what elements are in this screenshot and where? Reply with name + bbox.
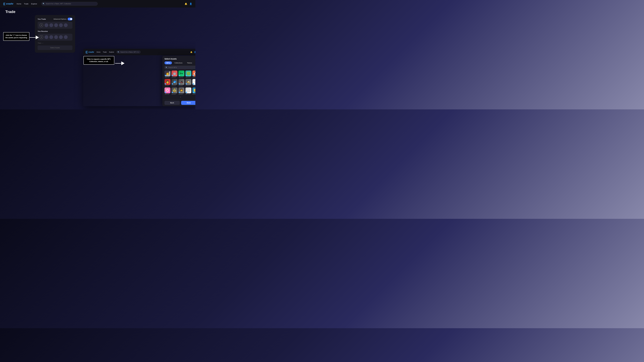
nav-search-container: 🔍: [41, 2, 98, 6]
nft-item-0[interactable]: 🧑Alley Kat...: [164, 70, 170, 78]
nft-thumb-3: 🟩: [186, 70, 191, 76]
nft-label-8: Bombers ...: [186, 85, 191, 86]
nft-item-2[interactable]: 🗝Key of A...: [178, 70, 184, 78]
modal-tabs: NFTs Collections Tokens: [162, 61, 195, 66]
nft-thumb-0: 🧑: [164, 70, 170, 76]
trade-panel: You Trade Advanced Options + You Receive…: [35, 15, 75, 53]
nft-item-1[interactable]: 🤖Bombers ...: [172, 70, 177, 78]
arrow-line-2: [115, 63, 121, 63]
tab-tokens[interactable]: Tokens: [185, 61, 194, 64]
nft-label-0: Alley Kat...: [165, 77, 170, 78]
nft-thumb-12: 🧔: [178, 87, 184, 93]
nft-item-6[interactable]: 🧢Bombers ...: [172, 79, 177, 86]
back-button[interactable]: Back: [164, 101, 180, 105]
nft-badge-7: [179, 83, 180, 85]
nft-badge-13: [186, 92, 187, 93]
second-nav-explore[interactable]: Explore: [109, 51, 114, 53]
arrow-right-main: [115, 61, 124, 65]
nav-trade[interactable]: Trade: [24, 3, 28, 5]
you-trade-add-button[interactable]: +: [40, 23, 43, 27]
nft-badge-10: [165, 92, 166, 93]
nft-item-9[interactable]: 🤺Cheeky R...: [192, 79, 195, 86]
you-receive-asset-row: +: [38, 34, 72, 41]
nft-label-5: Bernard ...: [165, 85, 170, 86]
nft-item-11[interactable]: 🥸Bombers ...: [172, 87, 177, 94]
nft-label-3: PAVIA 13...: [186, 77, 191, 78]
user-icon[interactable]: 👤: [190, 2, 192, 5]
nft-item-5[interactable]: 👩Bernard ...: [164, 79, 170, 86]
pagination-next[interactable]: ›: [179, 95, 182, 98]
nft-label-7: Bombers ...: [179, 85, 184, 86]
asset-circle-2: [49, 23, 53, 27]
second-bell-icon[interactable]: 🔔: [190, 51, 192, 53]
nft-thumb-13: ⬜: [186, 87, 191, 93]
nft-label-14: Bombers ...: [193, 94, 195, 94]
nft-item-12[interactable]: 🧔Bombers ...: [178, 87, 184, 94]
modal-pagination: ›: [162, 94, 195, 99]
asset-circle-1: [44, 23, 48, 27]
select-assets-button[interactable]: Select Assets: [38, 45, 72, 50]
nft-thumb-2: 🗝: [178, 70, 184, 76]
receive-circle-3: [54, 35, 58, 39]
you-trade-asset-row: +: [38, 22, 72, 29]
advanced-options-toggle[interactable]: [68, 18, 72, 20]
second-search-icon: 🔍: [118, 51, 119, 53]
nft-grid: 🧑Alley Kat...🤖Bombers ...🗝Key of A...🟩PA…: [162, 70, 195, 94]
nft-thumb-14: 🫡: [192, 87, 195, 93]
nft-label-9: Cheeky R...: [192, 85, 195, 86]
nft-badge-2: [179, 75, 180, 76]
nft-thumb-10: 🌸: [164, 87, 170, 93]
nft-thumb-8: 🕵: [186, 79, 191, 85]
modal-search-input[interactable]: [164, 66, 195, 69]
nav-explore[interactable]: Explore: [31, 3, 37, 5]
second-logo-icon: ((: [86, 50, 88, 54]
nft-badge-3: [186, 75, 187, 76]
second-search-container: 🔍: [116, 50, 157, 53]
nft-badge-0: [165, 75, 166, 76]
nft-label-12: Bombers ...: [179, 94, 184, 94]
second-search-input[interactable]: [116, 50, 140, 53]
tab-collections[interactable]: Collections: [173, 61, 184, 64]
second-logo: (( crashr: [86, 50, 94, 54]
nav-home[interactable]: Home: [17, 3, 21, 5]
second-nav: (( crashr Home Trade Explore 🔍 🔔 👤: [83, 49, 195, 55]
nft-thumb-5: 👩: [164, 79, 170, 85]
modal-header: Select Assets ×: [162, 56, 195, 61]
arrow-line: [30, 37, 36, 38]
nft-thumb-9: 🤺: [192, 79, 195, 85]
tab-nfts[interactable]: NFTs: [164, 61, 172, 64]
nav-icons: 🔔 👤: [184, 2, 192, 5]
you-receive-label: You Receive: [38, 30, 72, 32]
you-receive-asset-circles: [44, 35, 68, 39]
second-nav-home[interactable]: Home: [96, 51, 100, 53]
nft-badge-6: [172, 83, 173, 85]
nft-item-7[interactable]: 🎩Bombers ...: [178, 79, 184, 86]
you-trade-label: You Trade Advanced Options: [38, 18, 72, 20]
nft-badge-12: [179, 92, 180, 93]
modal-title: Select Assets: [164, 58, 177, 60]
modal-search-icon: 🔍: [166, 67, 167, 68]
nft-label-11: Bombers ...: [172, 94, 177, 94]
nft-item-13[interactable]: ⬜BOT: 097...: [186, 87, 191, 94]
nft-item-8[interactable]: 🕵Bombers ...: [186, 79, 191, 86]
advanced-options: Advanced Options: [54, 18, 72, 20]
nft-item-3[interactable]: 🟩PAVIA 13...: [186, 70, 191, 78]
bell-icon[interactable]: 🔔: [184, 2, 187, 5]
you-trade-asset-circles: [44, 23, 68, 27]
second-user-icon[interactable]: 👤: [194, 51, 195, 53]
nft-badge-5: [165, 83, 166, 85]
second-nav-trade[interactable]: Trade: [103, 51, 107, 53]
nft-thumb-6: 🧢: [172, 79, 177, 85]
nav-search-input[interactable]: [41, 2, 98, 6]
done-button[interactable]: Done: [181, 101, 195, 105]
nft-badge-9: [193, 83, 194, 85]
nft-item-10[interactable]: 🌸Wild War...: [164, 87, 170, 94]
nft-item-4[interactable]: 🤡Bombers ...: [192, 70, 195, 78]
nft-label-6: Bombers ...: [172, 85, 177, 86]
receive-circle-5: [64, 35, 68, 39]
receive-circle-4: [59, 35, 63, 39]
nft-item-14[interactable]: 🫡Bombers ...: [192, 87, 195, 94]
nft-thumb-4: 🤡: [192, 70, 195, 76]
modal-footer: Back Done: [162, 99, 195, 106]
asset-circle-5: [64, 23, 68, 27]
